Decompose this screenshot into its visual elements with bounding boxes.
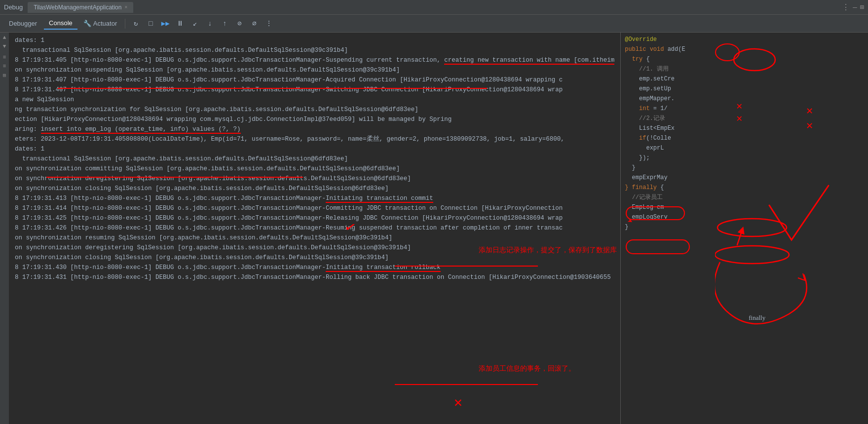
code-line-20: } finally {: [625, 183, 769, 193]
log-line-2: transactional SqlSession [org.apache.iba…: [15, 45, 614, 55]
underline-initiating: Initiating transaction commit: [326, 195, 433, 203]
code-line-13: if(!Colle: [625, 133, 769, 143]
align-icon[interactable]: ≡: [2, 53, 7, 61]
underline-rollback: Initiating transaction rollback: [326, 264, 441, 272]
menu-dots-icon[interactable]: ⋮: [842, 2, 850, 12]
code-line-16: });: [625, 153, 769, 163]
app-tab-label: TilasWebManagementApplication: [34, 4, 121, 11]
log-line-11: eters: 2023-12-08T17:19:31.405808800(Loc…: [15, 134, 614, 144]
log-line-20: 8 17:19:31.426 [http-nio-8080-exec-1] DE…: [15, 223, 614, 233]
log-line-21: on synchronization resuming SqlSession […: [15, 233, 614, 243]
tab-console[interactable]: Console: [44, 17, 77, 30]
code-line-6: emp.setCre: [625, 74, 769, 84]
log-line-12: dates: 1: [15, 144, 614, 154]
log-line-7: a new SqlSession: [15, 95, 614, 105]
log-line-18: 8 17:19:31.414 [http-nio-8080-exec-1] DE…: [15, 203, 614, 213]
log-line-3: 8 17:19:31.405 [http-nio-8080-exec-1] DE…: [15, 55, 614, 65]
log-line-8: ng transaction synchronization for SqlSe…: [15, 105, 614, 115]
log-line-23: on synchronization closing SqlSession [o…: [15, 253, 614, 263]
log-line-4: on synchronization suspending SqlSession…: [15, 65, 614, 75]
more-btn[interactable]: ⋮: [263, 17, 275, 30]
tab-debugger[interactable]: Debugger: [4, 18, 42, 29]
underline-insert: insert into emp_log (operate_time, info)…: [41, 126, 241, 134]
toolbar: Debugger Console 🔧 Actuator ↻ □ ▶▶ ⏸ ↙ ↓…: [0, 15, 868, 33]
code-line-7: emp.setUp: [625, 84, 769, 94]
log-line-14: on synchronization committing SqlSession…: [15, 164, 614, 174]
code-line-3: try {: [625, 54, 769, 64]
code-panel-inner: @Override public void add(E try { //1. 调…: [625, 35, 769, 422]
left-scroll-panel: ▲ ▼ ≡ ≡ ⊞: [0, 33, 9, 424]
title-bar-left: Debug TilasWebManagementApplication ×: [4, 2, 133, 13]
log-line-5: 8 17:19:31.407 [http-nio-8080-exec-1] DE…: [15, 75, 614, 85]
tab-close-icon[interactable]: ×: [124, 4, 127, 10]
console-log-area: dates: 1 transactional SqlSession [org.a…: [9, 33, 620, 424]
code-line-11: //2.记录: [625, 114, 769, 123]
mute-btn[interactable]: ∅: [248, 17, 261, 30]
title-bar: Debug TilasWebManagementApplication × ⋮ …: [0, 0, 868, 15]
breakpoint-btn[interactable]: ⊘: [233, 17, 246, 30]
log-line-6: 8 17:19:31.407 [http-nio-8080-exec-1] DE…: [15, 85, 614, 95]
code-line-23: empLogServ: [625, 212, 769, 222]
filter-icon[interactable]: ≡: [2, 62, 7, 70]
log-line-24: 8 17:19:31.430 [http-nio-8080-exec-1] DE…: [15, 263, 614, 272]
minimize-icon[interactable]: —: [853, 3, 857, 11]
log-line-22: on synchronization deregistering SqlSess…: [15, 243, 614, 253]
code-line-12: List<EmpEx: [625, 123, 769, 133]
log-line-1: dates: 1: [15, 36, 614, 45]
code-line-1: @Override: [625, 35, 769, 44]
code-line-9: int = 1/: [625, 104, 769, 114]
resume-btn[interactable]: ▶▶: [159, 17, 172, 30]
main-area: ▲ ▼ ≡ ≡ ⊞ dates: 1 transactional SqlSess…: [0, 33, 868, 424]
log-line-16: on synchronization closing SqlSession [o…: [15, 184, 614, 193]
step-over-btn[interactable]: ↙: [189, 17, 201, 30]
console-content[interactable]: dates: 1 transactional SqlSession [org.a…: [11, 34, 618, 284]
actuator-label: Actuator: [93, 20, 117, 27]
code-line-4: //1. 调用: [625, 64, 769, 74]
log-line-13: transactional SqlSession [org.apache.iba…: [15, 154, 614, 164]
underline-creating: creating new transaction with name [com.…: [444, 57, 614, 65]
app-tab[interactable]: TilasWebManagementApplication ×: [28, 2, 133, 13]
code-line-8: empMapper.: [625, 94, 769, 104]
code-line-14: exprL: [625, 143, 769, 153]
console-wrapper: ▲ ▼ ≡ ≡ ⊞ dates: 1 transactional SqlSess…: [0, 33, 620, 424]
debug-label: Debug: [4, 3, 23, 11]
code-line-24: }: [625, 222, 769, 232]
log-line-10: aring: insert into emp_log (operate_time…: [15, 124, 614, 134]
code-line-22: EmpLog em: [625, 202, 769, 212]
restart-btn[interactable]: ↻: [129, 17, 142, 30]
actuator-icon: 🔧: [83, 20, 91, 27]
code-panel: @Override public void add(E try { //1. 调…: [620, 33, 773, 424]
scroll-down-icon[interactable]: ▼: [2, 42, 7, 50]
log-line-9: ection [HikariProxyConnection@1280438694…: [15, 115, 614, 124]
code-line-2: public void add(E: [625, 44, 769, 54]
code-circle-logserv: [626, 239, 690, 254]
step-out-btn[interactable]: ↑: [218, 17, 231, 30]
title-bar-right: ⋮ — ⊞: [842, 2, 864, 12]
step-into-btn[interactable]: ↓: [203, 17, 216, 30]
layout-icon[interactable]: ⊞: [860, 3, 864, 11]
toolbar-separator-1: [125, 19, 125, 29]
finally-label: finally: [749, 313, 765, 323]
log-line-19: 8 17:19:31.425 [http-nio-8080-exec-1] DE…: [15, 213, 614, 223]
log-line-17: 8 17:19:31.413 [http-nio-8080-exec-1] DE…: [15, 193, 614, 203]
code-line-18: }: [625, 163, 769, 173]
log-line-15: on synchronization deregistering SqlSess…: [15, 174, 614, 184]
bookmark-icon[interactable]: ⊞: [2, 71, 7, 79]
pause-btn[interactable]: ⏸: [174, 17, 187, 30]
log-line-25: 8 17:19:31.431 [http-nio-8080-exec-1] DE…: [15, 272, 614, 282]
code-line-19: empExprMay: [625, 173, 769, 183]
code-line-21: //记录员工: [625, 193, 769, 202]
scroll-up-icon[interactable]: ▲: [2, 34, 7, 41]
stop-btn[interactable]: □: [144, 17, 157, 30]
tab-actuator[interactable]: 🔧 Actuator: [79, 18, 121, 29]
